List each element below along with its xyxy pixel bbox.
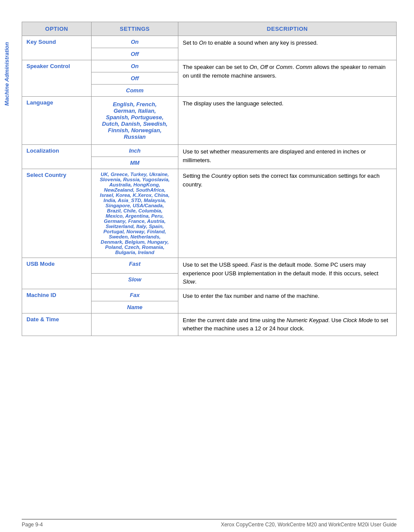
table-row: Select Country UK, Greece, Turkey, Ukrai…	[22, 169, 397, 258]
settings-table: OPTION SETTINGS DESCRIPTION Key Sound On…	[22, 22, 397, 336]
setting-localization-inch: Inch	[92, 145, 178, 157]
main-content: OPTION SETTINGS DESCRIPTION Key Sound On…	[22, 22, 397, 510]
option-speaker-control: Speaker Control	[22, 60, 92, 97]
table-row: Machine ID Fax Use to enter the fax numb…	[22, 289, 397, 301]
desc-localization: Use to set whether measurements are disp…	[178, 145, 397, 169]
option-machine-id: Machine ID	[22, 289, 92, 313]
desc-language: The display uses the language selected.	[178, 97, 397, 145]
header-option: OPTION	[22, 22, 92, 36]
option-usb-mode: USB Mode	[22, 258, 92, 289]
setting-date-time	[92, 313, 178, 336]
option-key-sound: Key Sound	[22, 36, 92, 60]
setting-key-sound-off: Off	[92, 48, 178, 60]
setting-key-sound-on: On	[92, 36, 178, 48]
table-row: Date & Time Enter the current date and t…	[22, 313, 397, 336]
footer-page: Page 9-4	[22, 522, 43, 528]
setting-machine-name: Name	[92, 301, 178, 313]
setting-select-country: UK, Greece, Turkey, Ukraine,Slovenia, Ru…	[92, 169, 178, 258]
desc-machine-id: Use to enter the fax number and name of …	[178, 289, 397, 313]
setting-usb-slow: Slow	[92, 273, 178, 289]
desc-date-time: Enter the current date and time using th…	[178, 313, 397, 336]
table-row: Speaker Control On The speaker can be se…	[22, 60, 397, 72]
setting-usb-fast: Fast	[92, 258, 178, 274]
table-row: Key Sound On Set to On to enable a sound…	[22, 36, 397, 48]
option-select-country: Select Country	[22, 169, 92, 258]
desc-key-sound: Set to On to enable a sound when any key…	[178, 36, 397, 60]
desc-select-country: Setting the Country option sets the corr…	[178, 169, 397, 258]
setting-speaker-on: On	[92, 60, 178, 72]
table-row: Language English, French,German, Italian…	[22, 97, 397, 145]
option-language: Language	[22, 97, 92, 145]
setting-localization-mm: MM	[92, 157, 178, 169]
setting-speaker-off: Off	[92, 72, 178, 85]
desc-usb-mode: Use to set the USB speed. Fast is the de…	[178, 258, 397, 289]
table-row: USB Mode Fast Use to set the USB speed. …	[22, 258, 397, 274]
setting-speaker-comm: Comm	[92, 85, 178, 97]
sidebar-label-text: Machine Administration	[3, 42, 10, 106]
setting-machine-fax: Fax	[92, 289, 178, 301]
header-description: DESCRIPTION	[178, 22, 397, 36]
table-header-row: OPTION SETTINGS DESCRIPTION	[22, 22, 397, 36]
desc-speaker-control: The speaker can be set to On, Off or Com…	[178, 60, 397, 97]
header-settings: SETTINGS	[92, 22, 178, 36]
setting-language: English, French,German, Italian,Spanish,…	[92, 97, 178, 145]
option-date-time: Date & Time	[22, 313, 92, 336]
sidebar-label: Machine Administration	[0, 26, 13, 121]
option-localization: Localization	[22, 145, 92, 169]
footer: Page 9-4 Xerox CopyCentre C20, WorkCentr…	[22, 519, 397, 528]
table-row: Localization Inch Use to set whether mea…	[22, 145, 397, 157]
page-wrapper: Machine Administration OPTION SETTINGS D…	[0, 0, 414, 532]
footer-title: Xerox CopyCentre C20, WorkCentre M20 and…	[221, 522, 397, 528]
